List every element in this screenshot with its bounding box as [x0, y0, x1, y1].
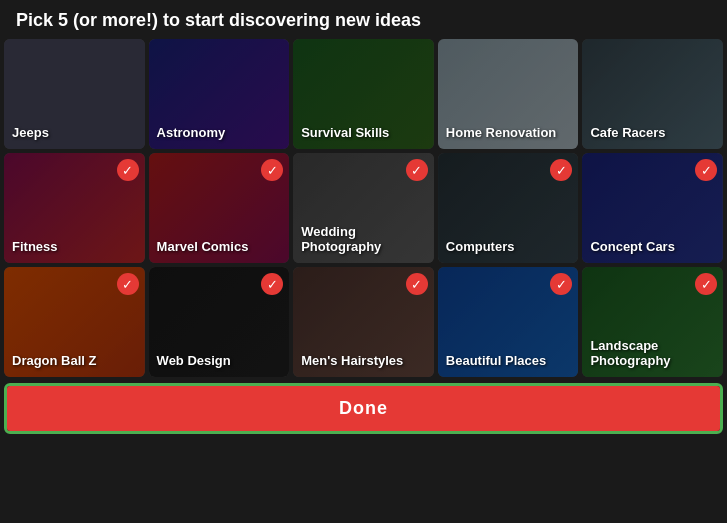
grid-item-computers[interactable]: ✓Computers [438, 153, 579, 263]
grid-item-marvel[interactable]: ✓Marvel Comics [149, 153, 290, 263]
label-computers: Computers [446, 239, 571, 255]
done-button[interactable]: Done [7, 386, 720, 431]
interest-grid: JeepsAstronomySurvival SkillsHome Renova… [0, 39, 727, 377]
label-homereno: Home Renovation [446, 125, 571, 141]
done-bar: Done [4, 383, 723, 434]
grid-item-conceptcars[interactable]: ✓Concept Cars [582, 153, 723, 263]
check-icon-landscape: ✓ [695, 273, 717, 295]
check-icon-fitness: ✓ [117, 159, 139, 181]
label-dragonball: Dragon Ball Z [12, 353, 137, 369]
check-icon-wedding: ✓ [406, 159, 428, 181]
grid-item-webdesign[interactable]: ✓Web Design [149, 267, 290, 377]
grid-item-landscape[interactable]: ✓Landscape Photography [582, 267, 723, 377]
label-conceptcars: Concept Cars [590, 239, 715, 255]
check-icon-conceptcars: ✓ [695, 159, 717, 181]
label-landscape: Landscape Photography [590, 338, 715, 369]
label-beautiful: Beautiful Places [446, 353, 571, 369]
grid-item-wedding[interactable]: ✓Wedding Photography [293, 153, 434, 263]
grid-item-caferacers[interactable]: Cafe Racers [582, 39, 723, 149]
grid-item-beautiful[interactable]: ✓Beautiful Places [438, 267, 579, 377]
grid-item-jeeps[interactable]: Jeeps [4, 39, 145, 149]
grid-item-dragonball[interactable]: ✓Dragon Ball Z [4, 267, 145, 377]
label-marvel: Marvel Comics [157, 239, 282, 255]
label-fitness: Fitness [12, 239, 137, 255]
label-jeeps: Jeeps [12, 125, 137, 141]
grid-item-astronomy[interactable]: Astronomy [149, 39, 290, 149]
header: Pick 5 (or more!) to start discovering n… [0, 0, 727, 39]
label-menshair: Men's Hairstyles [301, 353, 426, 369]
grid-item-fitness[interactable]: ✓Fitness [4, 153, 145, 263]
label-webdesign: Web Design [157, 353, 282, 369]
label-wedding: Wedding Photography [301, 224, 426, 255]
label-survival: Survival Skills [301, 125, 426, 141]
label-caferacers: Cafe Racers [590, 125, 715, 141]
header-text: Pick 5 (or more!) to start discovering n… [0, 0, 727, 39]
check-icon-menshair: ✓ [406, 273, 428, 295]
grid-item-homereno[interactable]: Home Renovation [438, 39, 579, 149]
grid-item-menshair[interactable]: ✓Men's Hairstyles [293, 267, 434, 377]
check-icon-dragonball: ✓ [117, 273, 139, 295]
grid-item-survival[interactable]: Survival Skills [293, 39, 434, 149]
label-astronomy: Astronomy [157, 125, 282, 141]
